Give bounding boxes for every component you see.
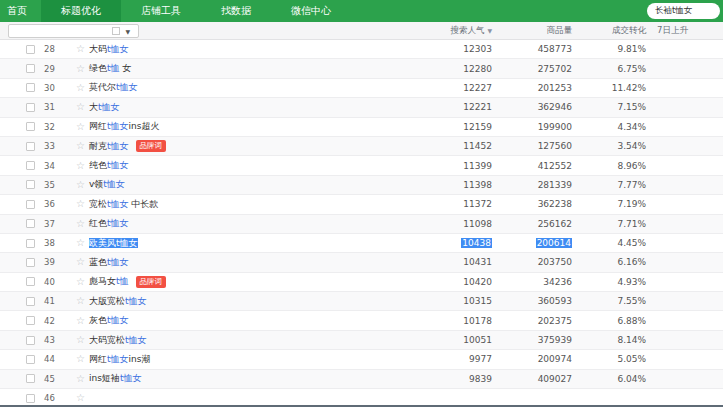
star-icon[interactable]: ☆ — [76, 64, 85, 74]
keyword-link[interactable]: 大t恤女 — [89, 101, 120, 114]
star-icon[interactable]: ☆ — [76, 277, 85, 287]
header-products[interactable]: 商品量 — [497, 25, 577, 37]
keyword-link[interactable]: 莫代尔t恤女 — [89, 81, 138, 94]
keyword-link[interactable]: 红色t恤女 — [89, 217, 129, 230]
keyword-cell: ☆ — [72, 393, 382, 403]
keyword-link[interactable]: 绿色t恤 女 — [89, 62, 131, 75]
row-checkbox[interactable] — [26, 161, 35, 170]
table-row[interactable]: 39 ☆ 蓝色t恤女 10431 203750 6.16% — [0, 253, 723, 272]
table-row[interactable]: 43 ☆ 大码宽松t恤女 10051 375939 8.14% — [0, 331, 723, 350]
products-cell: 203750 — [497, 257, 577, 267]
keyword-link[interactable]: 纯色t恤女 — [89, 159, 129, 172]
table-row[interactable]: 36 ☆ 宽松t恤女 中长款 11372 362238 7.19% — [0, 195, 723, 214]
table-row[interactable]: 45 ☆ ins短袖t恤女 9839 409027 6.04% — [0, 370, 723, 389]
header-popularity[interactable]: 搜索人气▼ — [382, 25, 497, 37]
table-row[interactable]: 44 ☆ 网红t恤女ins潮 9977 200974 5.05% — [0, 350, 723, 369]
star-icon[interactable]: ☆ — [76, 44, 85, 54]
table-row[interactable]: 41 ☆ 大版宽松t恤女 10315 360593 7.55% — [0, 292, 723, 311]
star-icon[interactable]: ☆ — [76, 141, 85, 151]
row-checkbox[interactable] — [26, 297, 35, 306]
row-checkbox[interactable] — [26, 374, 35, 383]
select-all-checkbox[interactable] — [112, 27, 120, 35]
row-checkbox[interactable] — [26, 355, 35, 364]
table-row[interactable]: 28 ☆ 大码t恤女 12303 458773 9.81% — [0, 40, 723, 59]
star-icon[interactable]: ☆ — [76, 161, 85, 171]
keyword-cell: ☆ 彪马女t恤 品牌词 — [72, 275, 382, 288]
keyword-link[interactable]: 彪马女t恤 — [89, 275, 129, 288]
star-icon[interactable]: ☆ — [76, 83, 85, 93]
keyword-link[interactable]: 网红t恤女ins潮 — [89, 353, 150, 366]
row-checkbox[interactable] — [26, 316, 35, 325]
row-checkbox[interactable] — [26, 142, 35, 151]
row-checkbox[interactable] — [26, 394, 35, 403]
header-rise[interactable]: 7日上升 — [652, 25, 723, 37]
nav-item-wechat-center[interactable]: 微信中心 — [271, 0, 351, 22]
row-checkbox[interactable] — [26, 103, 35, 112]
nav-item-shop-tools[interactable]: 店铺工具 — [121, 0, 201, 22]
popularity-cell: 9977 — [382, 354, 497, 364]
search-input[interactable] — [647, 3, 720, 19]
nav-item-find-data[interactable]: 找数据 — [201, 0, 271, 22]
star-icon[interactable]: ☆ — [76, 257, 85, 267]
keyword-link[interactable]: 耐克t恤女 — [89, 140, 129, 153]
row-checkbox[interactable] — [26, 219, 35, 228]
star-icon[interactable]: ☆ — [76, 296, 85, 306]
row-checkbox[interactable] — [26, 45, 35, 54]
row-checkbox[interactable] — [26, 180, 35, 189]
table-row[interactable]: 35 ☆ v领t恤女 11398 281339 7.77% — [0, 176, 723, 195]
table-row[interactable]: 38 ☆ 欧美风t恤女 10438 200614 4.45% — [0, 234, 723, 253]
header-conversion[interactable]: 成交转化 — [577, 25, 652, 37]
table-row[interactable]: 42 ☆ 灰色t恤女 10178 202375 6.88% — [0, 311, 723, 330]
keyword-link[interactable]: 大码宽松t恤女 — [89, 334, 147, 347]
table-row[interactable]: 32 ☆ 网红t恤女ins超火 12159 199900 4.34% — [0, 118, 723, 137]
keyword-cell: ☆ 宽松t恤女 中长款 — [72, 198, 382, 211]
table-row[interactable]: 31 ☆ 大t恤女 12221 362946 7.15% — [0, 98, 723, 117]
star-icon[interactable]: ☆ — [76, 354, 85, 364]
keyword-link[interactable]: 大版宽松t恤女 — [89, 295, 147, 308]
popularity-cell: 10178 — [382, 316, 497, 326]
conversion-cell: 8.14% — [577, 335, 652, 345]
popularity-cell: 12227 — [382, 83, 497, 93]
table-row[interactable]: 33 ☆ 耐克t恤女 品牌词 11452 127560 3.54% — [0, 137, 723, 156]
row-checkbox[interactable] — [26, 336, 35, 345]
nav-item-title-optimize[interactable]: 标题优化 — [41, 0, 121, 22]
row-number: 28 — [44, 44, 55, 54]
nav-item-home[interactable]: 首页 — [0, 0, 41, 22]
select-all-dropdown[interactable]: ▼ — [8, 24, 139, 38]
keyword-link[interactable]: 蓝色t恤女 — [89, 256, 129, 269]
row-checkbox[interactable] — [26, 258, 35, 267]
products-cell: 362946 — [497, 102, 577, 112]
popularity-cell: 10315 — [382, 296, 497, 306]
row-checkbox[interactable] — [26, 277, 35, 286]
star-icon[interactable]: ☆ — [76, 102, 85, 112]
keyword-link[interactable]: 网红t恤女ins超火 — [89, 120, 159, 133]
star-icon[interactable]: ☆ — [76, 219, 85, 229]
star-icon[interactable]: ☆ — [76, 374, 85, 384]
keyword-link[interactable]: ins短袖t恤女 — [89, 372, 141, 385]
star-icon[interactable]: ☆ — [76, 180, 85, 190]
table-row[interactable]: 34 ☆ 纯色t恤女 11399 412552 8.96% — [0, 156, 723, 175]
star-icon[interactable]: ☆ — [76, 122, 85, 132]
star-icon[interactable]: ☆ — [76, 316, 85, 326]
keyword-link[interactable]: 欧美风t恤女 — [89, 237, 138, 250]
star-icon[interactable]: ☆ — [76, 238, 85, 248]
table-row[interactable]: 30 ☆ 莫代尔t恤女 12227 201253 11.42% — [0, 79, 723, 98]
table-row[interactable]: 40 ☆ 彪马女t恤 品牌词 10420 34236 4.93% — [0, 273, 723, 292]
row-checkbox[interactable] — [26, 122, 35, 131]
keyword-cell: ☆ 网红t恤女ins超火 — [72, 120, 382, 133]
row-checkbox[interactable] — [26, 239, 35, 248]
keyword-link[interactable]: 大码t恤女 — [89, 43, 129, 56]
row-checkbox[interactable] — [26, 83, 35, 92]
keyword-link[interactable]: 灰色t恤女 — [89, 314, 129, 327]
row-number: 42 — [44, 316, 55, 326]
star-icon[interactable]: ☆ — [76, 393, 85, 403]
table-row[interactable]: 37 ☆ 红色t恤女 11098 256162 7.71% — [0, 215, 723, 234]
star-icon[interactable]: ☆ — [76, 335, 85, 345]
table-row[interactable]: 29 ☆ 绿色t恤 女 12280 275702 6.75% — [0, 59, 723, 78]
keyword-link[interactable]: 宽松t恤女 中长款 — [89, 198, 158, 211]
row-checkbox[interactable] — [26, 64, 35, 73]
sort-desc-icon[interactable]: ▼ — [487, 27, 492, 34]
keyword-link[interactable]: v领t恤女 — [89, 178, 125, 191]
row-checkbox[interactable] — [26, 200, 35, 209]
star-icon[interactable]: ☆ — [76, 199, 85, 209]
